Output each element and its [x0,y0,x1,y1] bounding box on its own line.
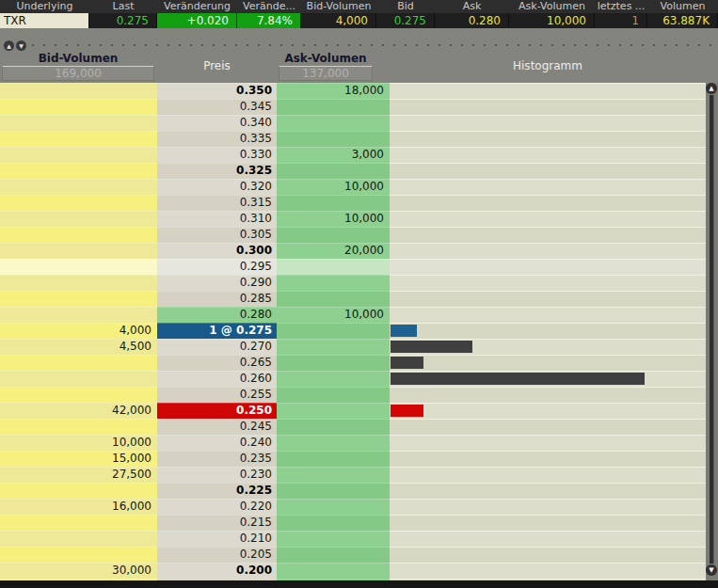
quote-header-7[interactable]: Ask-Volumen [509,0,595,13]
ask-volume-cell[interactable]: 3,000 [277,147,390,163]
price-cell[interactable]: 0.220 [157,499,277,515]
price-cell[interactable]: 0.200 [157,563,277,579]
quote-header-5[interactable]: Bid [376,0,435,13]
quote-header-1[interactable]: Last [89,0,157,13]
bid-volume-cell[interactable] [0,307,157,323]
ask-volume-cell[interactable] [277,547,390,563]
quote-header-2[interactable]: Veränderung [157,0,237,13]
scroll-down-button[interactable]: ▼ [706,564,717,576]
ask-volume-cell[interactable]: 20,000 [277,243,390,259]
bid-volume-cell[interactable] [0,211,157,227]
ask-volume-cell[interactable] [277,371,390,387]
ask-volume-cell[interactable] [277,275,390,291]
scroll-up-button[interactable]: ▲ [706,83,717,94]
ask-volume-cell[interactable] [277,499,390,515]
quote-header-4[interactable]: Bid-Volumen [301,0,376,13]
price-cell[interactable]: 0.340 [157,115,277,131]
price-cell[interactable]: 0.235 [157,451,277,467]
bid-volume-cell[interactable] [0,483,157,499]
price-cell[interactable]: 0.255 [157,387,277,403]
bid-volume-cell[interactable]: 4,000 [0,323,157,339]
ask-volume-cell[interactable] [277,227,390,243]
bid-volume-cell[interactable] [0,83,157,99]
scrollbar-track[interactable] [710,95,714,564]
bid-volume-cell[interactable] [0,147,157,163]
bid-volume-cell[interactable] [0,115,157,131]
price-cell[interactable]: 0.205 [157,547,277,563]
quote-header-6[interactable]: Ask [435,0,509,13]
ask-volume-cell[interactable] [277,483,390,499]
price-column-header[interactable]: Preis [157,59,277,72]
quote-header-0[interactable]: Underlying [0,0,89,13]
bid-volume-cell[interactable] [0,371,157,387]
price-cell[interactable]: 1 @ 0.275 [157,323,277,339]
bid-volume-cell[interactable] [0,179,157,195]
bid-volume-cell[interactable] [0,243,157,259]
ask-volume-cell[interactable] [277,435,390,451]
collapse-up-button[interactable]: ▲ [4,40,14,51]
price-cell[interactable]: 0.260 [157,371,277,387]
bid-volume-cell[interactable] [0,515,157,531]
bid-volume-cell[interactable] [0,419,157,435]
ask-volume-cell[interactable] [277,387,390,403]
ask-volume-cell[interactable]: 18,000 [277,83,390,99]
price-cell[interactable]: 0.295 [157,259,277,275]
price-cell[interactable]: 0.325 [157,163,277,179]
ask-volume-cell[interactable] [277,403,390,419]
collapse-down-button[interactable]: ▼ [16,40,26,51]
ask-volume-cell[interactable] [277,99,390,115]
bid-volume-cell[interactable]: 42,000 [0,403,157,419]
bid-volume-cell[interactable] [0,163,157,179]
bid-volume-cell[interactable] [0,291,157,307]
ask-volume-cell[interactable] [277,515,390,531]
price-cell[interactable]: 0.330 [157,147,277,163]
price-cell[interactable]: 0.335 [157,131,277,147]
splitter-handle[interactable] [32,44,716,46]
ask-volume-cell[interactable]: 10,000 [277,211,390,227]
ask-volume-cell[interactable] [277,339,390,355]
bid-volume-cell[interactable] [0,131,157,147]
price-cell[interactable]: 0.250 [157,403,277,419]
bid-volume-cell[interactable] [0,227,157,243]
ask-volume-cell[interactable] [277,563,390,579]
bid-volume-column-header[interactable]: Bid-Volumen 169,000 [2,52,154,81]
ask-volume-cell[interactable]: 10,000 [277,307,390,323]
price-cell[interactable]: 0.230 [157,467,277,483]
ask-volume-cell[interactable] [277,323,390,339]
ask-volume-cell[interactable] [277,291,390,307]
ask-volume-column-header[interactable]: Ask-Volumen 137,000 [279,52,373,81]
price-cell[interactable]: 0.265 [157,355,277,371]
bid-volume-cell[interactable]: 4,500 [0,339,157,355]
bid-volume-cell[interactable] [0,99,157,115]
price-cell[interactable]: 0.320 [157,179,277,195]
bid-volume-cell[interactable] [0,275,157,291]
ask-volume-cell[interactable]: 10,000 [277,179,390,195]
bid-volume-cell[interactable]: 30,000 [0,563,157,579]
price-cell[interactable]: 0.225 [157,483,277,499]
price-cell[interactable]: 0.210 [157,531,277,547]
price-cell[interactable]: 0.350 [157,83,277,99]
price-cell[interactable]: 0.280 [157,307,277,323]
quote-header-3[interactable]: Verände... [237,0,301,13]
bid-volume-cell[interactable] [0,387,157,403]
bid-volume-cell[interactable] [0,195,157,211]
ask-volume-cell[interactable] [277,115,390,131]
ask-volume-cell[interactable] [277,419,390,435]
price-cell[interactable]: 0.290 [157,275,277,291]
bid-volume-cell[interactable] [0,547,157,563]
price-cell[interactable]: 0.310 [157,211,277,227]
vertical-scrollbar[interactable]: ▲ ▼ [706,83,718,580]
ask-volume-cell[interactable] [277,131,390,147]
bid-volume-cell[interactable] [0,355,157,371]
bid-volume-cell[interactable] [0,531,157,547]
quote-header-9[interactable]: Volumen [647,0,718,13]
price-cell[interactable]: 0.345 [157,99,277,115]
ask-volume-cell[interactable] [277,195,390,211]
price-cell[interactable]: 0.305 [157,227,277,243]
bid-volume-cell[interactable]: 27,500 [0,467,157,483]
ask-volume-cell[interactable] [277,451,390,467]
price-cell[interactable]: 0.315 [157,195,277,211]
quote-header-8[interactable]: letztes ... [595,0,647,13]
ask-volume-cell[interactable] [277,259,390,275]
price-cell[interactable]: 0.240 [157,435,277,451]
